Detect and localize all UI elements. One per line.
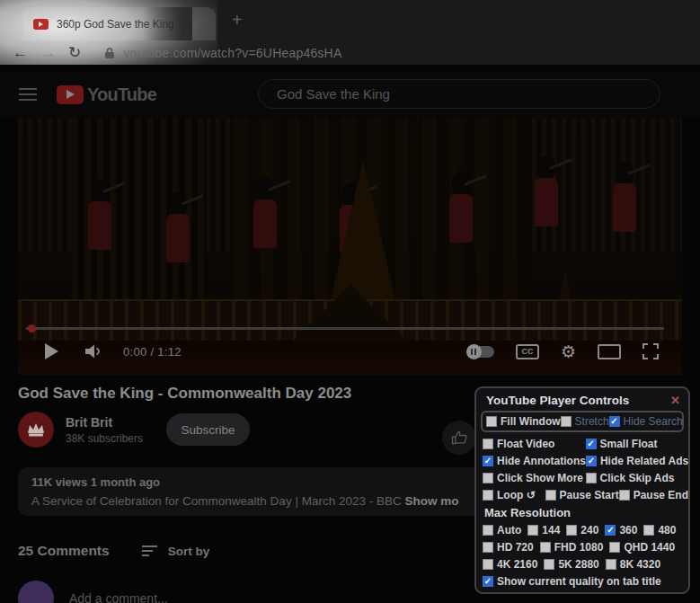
thumbs-up-icon: [450, 429, 468, 447]
captions-button[interactable]: CC: [516, 344, 539, 359]
back-icon[interactable]: ←: [13, 45, 28, 60]
checkbox-5k-2880[interactable]: [544, 559, 554, 570]
channel-name[interactable]: Brit Brit: [66, 415, 143, 430]
new-tab-button[interactable]: +: [232, 11, 243, 29]
option-144[interactable]: 144: [527, 524, 560, 536]
option-label: 4K 2160: [497, 558, 537, 571]
checkbox-pause-start[interactable]: [545, 490, 556, 501]
checkbox-360[interactable]: ✓: [605, 525, 616, 536]
checkbox-144[interactable]: [527, 525, 538, 536]
checkbox-click-skip-ads[interactable]: [586, 473, 597, 483]
checkbox-stretch[interactable]: [561, 416, 572, 427]
popup-row: ✓Hide Annotations✓Hide Related Ads: [476, 452, 688, 469]
checkbox-fill-window[interactable]: [486, 416, 497, 427]
checkbox-hide-annotations[interactable]: ✓: [483, 456, 493, 466]
checkbox-hide-related-ads[interactable]: ✓: [586, 456, 597, 466]
option-hd-720[interactable]: HD 720: [483, 541, 534, 554]
checkbox-click-show-more[interactable]: [483, 473, 493, 483]
hamburger-menu-icon[interactable]: [19, 88, 37, 101]
add-comment-input[interactable]: Add a comment...: [69, 591, 168, 603]
comments-header: 25 Comments Sort by: [18, 543, 209, 559]
option-fill-window[interactable]: Fill Window: [486, 415, 561, 428]
like-button[interactable]: [442, 421, 476, 455]
search-input[interactable]: God Save the King: [258, 79, 660, 109]
checkbox-8k-4320[interactable]: [606, 559, 616, 570]
youtube-player-controls-popup: YouTube Player Controls ✕ Fill WindowStr…: [474, 386, 690, 594]
resolution-rows: Auto144240✓360480HD 720FHD 1080QHD 14404…: [476, 521, 688, 572]
tab-title-fade: [143, 7, 192, 40]
checkbox-small-float[interactable]: ✓: [586, 439, 597, 449]
option-480[interactable]: 480: [643, 524, 676, 536]
option-pause-start[interactable]: Pause Start: [545, 489, 619, 501]
popup-option-rows: Float Video✓Small Float✓Hide Annotations…: [476, 435, 688, 503]
option-label: Hide Annotations: [497, 455, 586, 467]
option-qhd-1440[interactable]: QHD 1440: [609, 541, 675, 554]
checkbox-240[interactable]: [566, 525, 577, 536]
browser-toolbar: ← → ↻ youtube.com/watch?v=6UHeap46sHA: [0, 40, 700, 65]
option-auto[interactable]: Auto: [483, 524, 521, 536]
option-stretch[interactable]: Stretch: [561, 415, 609, 428]
option-hide-annotations[interactable]: ✓Hide Annotations: [483, 455, 586, 467]
option-pause-end[interactable]: Pause End: [619, 489, 688, 501]
forward-icon[interactable]: →: [40, 45, 56, 60]
user-avatar: [18, 581, 54, 603]
progress-dot[interactable]: [28, 324, 36, 333]
crown-icon: [25, 419, 47, 440]
option-small-float[interactable]: ✓Small Float: [586, 438, 689, 450]
option-click-show-more[interactable]: Click Show More: [483, 472, 586, 484]
option-label: Stretch: [575, 415, 609, 428]
popup-row: Auto144240✓360480: [476, 521, 688, 538]
checkbox-hd-720[interactable]: [483, 542, 493, 553]
channel-avatar[interactable]: [18, 412, 54, 448]
sort-icon[interactable]: [142, 545, 157, 556]
youtube-logo-icon: [57, 85, 84, 104]
option-show-current-quality-on-tab-title[interactable]: ✓Show current quality on tab title: [483, 575, 661, 588]
option-360[interactable]: ✓360: [605, 524, 637, 536]
player-right-controls: CC ⚙: [467, 343, 682, 360]
option-4k-2160[interactable]: 4K 2160: [483, 558, 537, 571]
checkbox-show-current-quality-on-tab-title[interactable]: ✓: [483, 576, 493, 587]
subscribe-button[interactable]: Subscribe: [166, 413, 250, 446]
subscriber-count: 38K subscribers: [66, 432, 143, 445]
option-5k-2880[interactable]: 5K 2880: [544, 558, 598, 571]
volume-icon[interactable]: [84, 343, 103, 359]
checkbox-hide-search[interactable]: ✓: [609, 416, 620, 427]
play-button[interactable]: [45, 343, 58, 359]
popup-row: Click Show MoreClick Skip Ads: [476, 469, 688, 486]
show-more-link[interactable]: Show mo: [404, 494, 458, 508]
fullscreen-button[interactable]: [642, 343, 659, 359]
option-hide-search[interactable]: ✓Hide Search: [609, 415, 683, 428]
checkbox-pause-end[interactable]: [619, 490, 630, 501]
settings-gear-icon[interactable]: ⚙: [561, 343, 576, 360]
reload-icon[interactable]: ↻: [68, 45, 81, 60]
checkbox-qhd-1440[interactable]: [609, 542, 620, 553]
option-float-video[interactable]: Float Video: [483, 438, 586, 450]
option-240[interactable]: 240: [566, 524, 598, 536]
option-loop[interactable]: Loop ↺: [483, 489, 545, 501]
popup-row: 4K 21605K 28808K 4320: [476, 555, 688, 572]
popup-header: YouTube Player Controls ✕: [476, 392, 688, 410]
popup-close-icon[interactable]: ✕: [670, 394, 680, 407]
option-label: HD 720: [497, 541, 534, 554]
option-fhd-1080[interactable]: FHD 1080: [540, 541, 604, 554]
option-hide-related-ads[interactable]: ✓Hide Related Ads: [586, 455, 688, 467]
checkbox-480[interactable]: [643, 525, 654, 536]
sort-by-button[interactable]: Sort by: [168, 545, 210, 558]
url-bar[interactable]: youtube.com/watch?v=6UHeap46sHA: [123, 46, 341, 60]
autoplay-toggle[interactable]: [467, 346, 494, 358]
checkbox-auto[interactable]: [483, 525, 493, 536]
progress-bar[interactable]: [26, 327, 664, 330]
option-label: FHD 1080: [554, 541, 604, 554]
video-player[interactable]: 0:00 / 1:12 CC ⚙: [18, 118, 682, 375]
option-click-skip-ads[interactable]: Click Skip Ads: [586, 472, 689, 484]
add-comment-row: Add a comment...: [18, 581, 168, 603]
checkbox-loop[interactable]: [483, 490, 493, 501]
tab-close-icon[interactable]: ✕: [199, 18, 208, 31]
checkbox-4k-2160[interactable]: [483, 559, 493, 570]
miniplayer-button[interactable]: [598, 344, 621, 359]
option-8k-4320[interactable]: 8K 4320: [606, 558, 660, 571]
browser-tab[interactable]: 360p God Save the King - Comm ✕: [22, 7, 216, 40]
checkbox-float-video[interactable]: [483, 439, 493, 449]
youtube-logo[interactable]: YouTube: [57, 84, 156, 105]
checkbox-fhd-1080[interactable]: [540, 542, 551, 553]
